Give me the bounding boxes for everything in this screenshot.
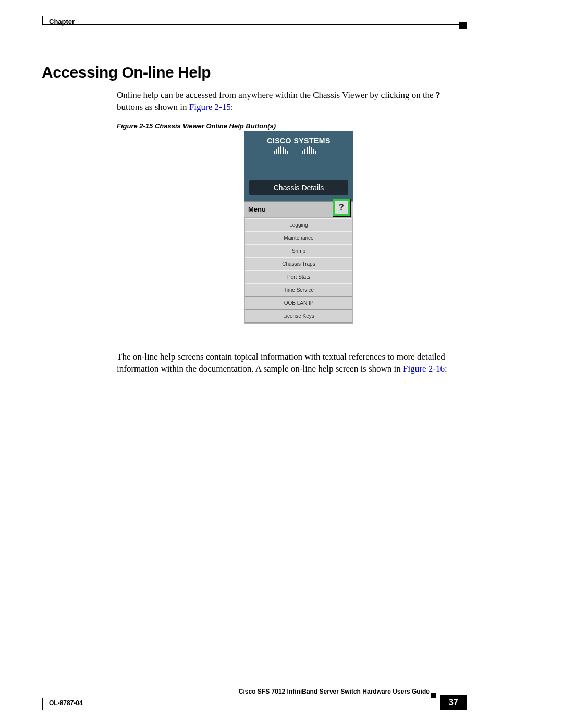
- menu-item-logging[interactable]: Logging: [245, 218, 352, 231]
- cisco-logo: CISCO SYSTEMS: [244, 131, 353, 156]
- menu-item-chassis-traps[interactable]: Chassis Traps: [245, 257, 352, 270]
- para2-tail: :: [445, 364, 447, 374]
- menu-item-time-service[interactable]: Time Service: [245, 283, 352, 297]
- menu-list: Logging Maintenance Snmp Chassis Traps P…: [244, 217, 353, 324]
- page-footer: Cisco SFS 7012 InfiniBand Server Switch …: [42, 693, 467, 714]
- menu-header: Menu ?: [244, 202, 353, 217]
- page-number: 37: [440, 695, 467, 710]
- menu-item-maintenance[interactable]: Maintenance: [245, 231, 352, 244]
- menu-item-port-stats[interactable]: Port Stats: [245, 270, 352, 283]
- cisco-logo-text: CISCO SYSTEMS: [244, 137, 353, 145]
- footer-tick: [42, 698, 43, 710]
- question-icon: ?: [339, 203, 344, 212]
- para1-bold-q: ?: [436, 90, 440, 100]
- chassis-details-header: Chassis Details: [249, 180, 348, 195]
- header-rule: [42, 24, 459, 25]
- help-button[interactable]: ?: [333, 199, 350, 216]
- paragraph-1: Online help can be accessed from anywher…: [117, 90, 466, 114]
- paragraph-2: The on-line help screens contain topical…: [117, 351, 466, 375]
- chapter-label: Chapter: [49, 18, 75, 26]
- cisco-bridge-icon: [244, 146, 353, 154]
- figure-caption: Figure 2-15 Chassis Viewer Online Help B…: [117, 122, 276, 130]
- footer-guide-title: Cisco SFS 7012 InfiniBand Server Switch …: [239, 688, 430, 695]
- menu-item-license-keys[interactable]: License Keys: [245, 310, 352, 323]
- footer-rule: [42, 698, 467, 698]
- footer-doc-id: OL-8787-04: [49, 699, 83, 707]
- figure-screenshot: CISCO SYSTEMS Chassis Details Menu ? Log…: [244, 131, 353, 324]
- menu-label: Menu: [248, 205, 266, 213]
- section-heading: Accessing On-line Help: [42, 64, 211, 81]
- menu-item-snmp[interactable]: Snmp: [245, 244, 352, 257]
- header-square-icon: [459, 22, 467, 29]
- header-tick: [42, 16, 43, 24]
- menu-item-oob-lan-ip[interactable]: OOB LAN IP: [245, 297, 352, 310]
- para1-text-post: buttons as shown in: [117, 102, 189, 112]
- menu-area: Menu ? Logging Maintenance Snmp Chassis …: [244, 201, 353, 324]
- para1-tail: :: [231, 102, 234, 112]
- figure-xref-2-15[interactable]: Figure 2-15: [189, 102, 231, 112]
- para1-text-pre: Online help can be accessed from anywher…: [117, 90, 436, 100]
- footer-square-icon: [431, 693, 436, 698]
- figure-xref-2-16[interactable]: Figure 2-16: [403, 364, 445, 374]
- para2-text-pre: The on-line help screens contain topical…: [117, 352, 445, 374]
